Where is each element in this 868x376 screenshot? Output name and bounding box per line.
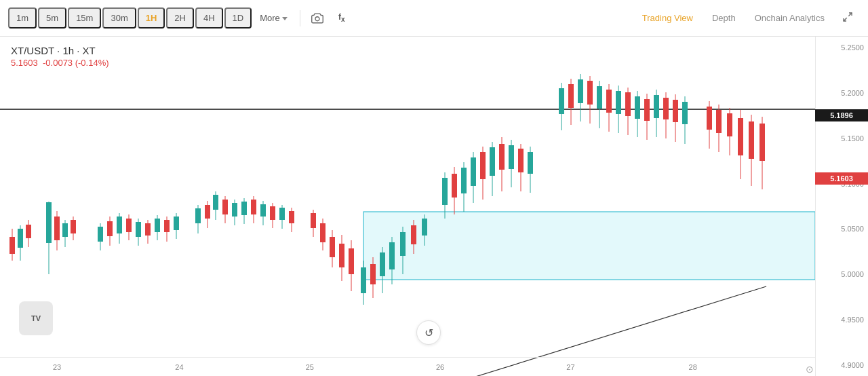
svg-rect-45	[232, 203, 237, 217]
toolbar: 1m 5m 15m 30m 1H 2H 4H 1D More fx Tradin…	[0, 0, 868, 37]
date-label-25: 25	[306, 363, 314, 371]
svg-rect-131	[707, 107, 712, 130]
fx-button[interactable]: fx	[330, 7, 353, 30]
tab-onchain[interactable]: Onchain Analytics	[745, 9, 834, 27]
svg-rect-43	[222, 200, 228, 214]
svg-rect-69	[361, 267, 366, 293]
svg-point-0	[315, 16, 319, 20]
right-tab-group: Trading View Depth Onchain Analytics	[633, 9, 834, 27]
tab-trading-view[interactable]: Trading View	[633, 9, 703, 27]
date-label-24: 24	[175, 363, 183, 371]
candles-28	[559, 74, 765, 189]
candles-27	[442, 137, 533, 219]
tv-logo: TV	[19, 301, 53, 335]
line-price-marker: 5.1896	[815, 109, 868, 121]
price-axis: 5.2500 5.2000 5.1500 5.1000 5.0500 5.000…	[815, 37, 868, 376]
expand-button[interactable]	[835, 7, 860, 29]
price-label-2: 5.2000	[820, 89, 864, 97]
camera-button[interactable]	[306, 7, 329, 30]
svg-rect-87	[461, 168, 467, 193]
svg-rect-17	[71, 220, 76, 233]
candles-25	[195, 191, 294, 233]
svg-rect-105	[568, 84, 574, 108]
tv-watermark: TV	[19, 301, 53, 335]
svg-rect-123	[654, 95, 659, 118]
tf-30m[interactable]: 30m	[102, 7, 136, 29]
date-axis: 23 24 25 26 27 28	[0, 357, 815, 376]
svg-rect-57	[289, 211, 294, 223]
svg-rect-39	[205, 205, 210, 219]
svg-rect-115	[616, 91, 621, 114]
svg-rect-81	[422, 219, 427, 236]
svg-rect-9	[26, 225, 31, 238]
svg-rect-117	[625, 92, 631, 116]
fx-icon: fx	[338, 12, 345, 23]
svg-rect-41	[213, 195, 218, 210]
separator	[300, 10, 300, 26]
price-label-7: 4.9500	[820, 316, 864, 324]
svg-rect-75	[389, 242, 395, 269]
svg-rect-99	[518, 149, 524, 172]
chart-canvas	[0, 37, 815, 376]
svg-rect-121	[644, 99, 650, 121]
candles-23	[9, 202, 76, 274]
svg-rect-35	[174, 217, 179, 230]
svg-rect-103	[559, 88, 564, 114]
svg-rect-77	[400, 232, 406, 256]
symbol-price: 5.1603 -0.0073 (-0.14%)	[11, 58, 109, 68]
svg-rect-49	[251, 200, 256, 214]
date-label-27: 27	[566, 363, 574, 371]
svg-rect-67	[349, 248, 354, 274]
svg-rect-33	[164, 220, 170, 232]
svg-rect-79	[411, 225, 416, 244]
svg-rect-97	[509, 145, 514, 169]
svg-rect-31	[155, 219, 160, 232]
svg-rect-29	[145, 223, 151, 236]
date-label-26: 26	[436, 363, 444, 371]
svg-rect-27	[136, 222, 141, 237]
more-caret-icon	[282, 17, 288, 20]
chart-area: XT/USDT · 1h · XT 5.1603 -0.0073 (-0.14%…	[0, 37, 868, 376]
tab-depth[interactable]: Depth	[703, 9, 745, 27]
tf-1d[interactable]: 1D	[224, 7, 252, 29]
current-price-marker: 5.1603	[815, 172, 868, 185]
svg-rect-125	[663, 98, 669, 119]
svg-rect-139	[749, 121, 754, 159]
tf-5m[interactable]: 5m	[38, 7, 66, 29]
svg-rect-19	[98, 227, 103, 242]
svg-rect-85	[452, 174, 457, 198]
svg-line-1	[848, 13, 852, 16]
tf-4h[interactable]: 4H	[195, 7, 223, 29]
reload-button[interactable]: ↺	[416, 320, 441, 345]
svg-rect-83	[442, 178, 448, 205]
price-label-3: 5.1500	[820, 134, 864, 143]
svg-rect-135	[727, 113, 732, 136]
tf-1m[interactable]: 1m	[8, 7, 37, 29]
svg-rect-5	[9, 237, 15, 254]
svg-rect-63	[330, 237, 335, 257]
price-label-5: 5.0500	[820, 225, 864, 233]
tf-15m[interactable]: 15m	[68, 7, 101, 29]
symbol-info: XT/USDT · 1h · XT 5.1603 -0.0073 (-0.14%…	[11, 45, 109, 68]
svg-rect-25	[126, 219, 132, 232]
svg-rect-21	[107, 221, 113, 236]
svg-rect-61	[320, 223, 326, 242]
tf-2h[interactable]: 2H	[166, 7, 194, 29]
svg-rect-47	[241, 202, 247, 215]
svg-rect-11	[46, 202, 52, 243]
svg-rect-109	[587, 81, 593, 105]
candles-24	[98, 213, 179, 250]
svg-rect-141	[760, 124, 765, 161]
bottom-settings-icon[interactable]: ⊙	[806, 364, 814, 375]
svg-rect-65	[339, 244, 344, 267]
more-button[interactable]: More	[253, 9, 294, 27]
tf-1h[interactable]: 1H	[138, 7, 165, 29]
svg-rect-101	[528, 152, 533, 174]
svg-line-2	[844, 18, 847, 21]
svg-rect-89	[471, 157, 476, 186]
svg-rect-107	[578, 79, 583, 103]
svg-rect-113	[606, 90, 612, 113]
svg-rect-127	[673, 100, 678, 122]
svg-rect-111	[597, 86, 602, 109]
demand-zone-rect	[363, 212, 815, 280]
